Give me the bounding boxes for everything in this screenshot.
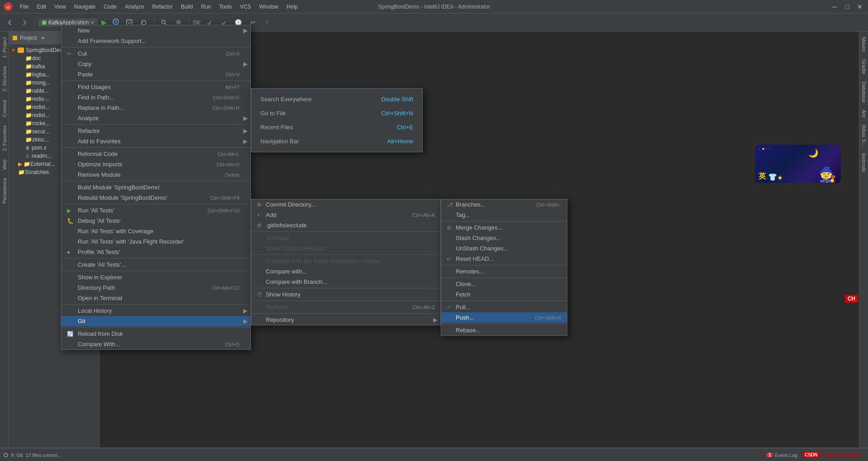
repo-unstash[interactable]: UnStash Changes... — [441, 243, 567, 254]
git-repository[interactable]: Repository ▶ — [251, 315, 440, 325]
repo-reset-head[interactable]: ↩ Reset HEAD... — [441, 254, 567, 264]
csdn-button[interactable]: CSDN CSDN @Jesaja... — [803, 452, 864, 458]
menu-navigate[interactable]: Navigate — [71, 3, 99, 11]
menu-file[interactable]: File — [16, 3, 32, 11]
git-push-button[interactable]: ↑ — [261, 16, 274, 29]
tab-ribas[interactable]: Ribas S... — [860, 121, 868, 150]
tab-structure[interactable]: 2: Structure — [0, 62, 9, 95]
menu-window[interactable]: Window — [255, 3, 282, 11]
tab-maven[interactable]: Maven — [860, 33, 868, 56]
repo-clone[interactable]: Clone... — [441, 279, 567, 289]
repo-push[interactable]: Push... Ctrl+Shift+K — [441, 312, 567, 323]
cm-copy[interactable]: Copy ▶ — [61, 59, 250, 69]
event-log-container[interactable]: 1 Event Log — [766, 452, 797, 458]
cm-git[interactable]: Git ▶ — [61, 316, 250, 326]
nav-goto-file[interactable]: Go to File Ctrl+Shift+N — [251, 106, 422, 120]
cm-create-tests[interactable]: Create 'All Tests'... — [61, 259, 250, 270]
cm-rebuild-module[interactable]: Rebuild Module 'SpringBootDemo' Ctrl+Shi… — [61, 193, 250, 203]
menu-run[interactable]: Run — [198, 3, 215, 11]
tab-leetcode[interactable]: leetcode — [860, 150, 868, 176]
cm-reload[interactable]: 🔄 Reload from Disk — [61, 329, 250, 339]
nav-search-everywhere[interactable]: Search Everywhere Double Shift — [251, 92, 422, 106]
menu-view[interactable]: View — [51, 3, 70, 11]
cm-replace-path[interactable]: Replace in Path... Ctrl+Shift+R — [61, 103, 250, 113]
project-chevron[interactable] — [41, 36, 45, 40]
tab-project[interactable]: 1: Project — [0, 33, 9, 61]
git-commit-dir[interactable]: ⚙ Commit Directory... — [251, 199, 440, 210]
tab-favorites[interactable]: 2: Favorites — [0, 122, 9, 155]
cm-reformat[interactable]: Reformat Code Ctrl+Alt+L — [61, 149, 250, 159]
tab-persistence[interactable]: Persistence — [0, 174, 9, 207]
cm-refactor[interactable]: Refactor ▶ — [61, 126, 250, 136]
menu-vcs[interactable]: VCS — [236, 3, 255, 11]
menu-tools[interactable]: Tools — [216, 3, 236, 11]
cm-new[interactable]: New ▶ — [61, 25, 250, 36]
repo-rebase[interactable]: Rebase... — [441, 325, 567, 335]
git-compare-branch[interactable]: Compare with Branch... — [251, 277, 440, 287]
git-exclude[interactable]: ⚙ .git/info/exclude — [251, 220, 440, 230]
menu-edit[interactable]: Edit — [33, 3, 50, 11]
git-show-history[interactable]: ⏱ Show History — [251, 289, 440, 300]
menu-refactor[interactable]: Refactor — [149, 3, 176, 11]
git-branch-label: 9: Git — [11, 452, 23, 458]
back-button[interactable] — [4, 16, 16, 29]
git-compare-with[interactable]: Compare with... — [251, 266, 440, 277]
repo-pull-label: Pull... — [456, 304, 471, 310]
night-moon-icon: 🌙 — [808, 148, 818, 158]
git-commit-dir-label: Commit Directory... — [266, 201, 316, 208]
close-button[interactable]: ✕ — [855, 2, 864, 11]
search-everywhere-label: Search Everywhere — [260, 96, 311, 103]
repository-submenu: ⎇ Branches... Ctrl+Shift+` Tag... ⚙ Merg… — [441, 199, 567, 336]
tab-commit[interactable]: Commit — [0, 96, 9, 121]
tab-database[interactable]: Database — [860, 78, 868, 106]
minimize-button[interactable]: ─ — [830, 2, 839, 11]
menu-code[interactable]: Code — [100, 3, 120, 11]
cm-analyze[interactable]: Analyze ▶ — [61, 113, 250, 123]
cm-directory-path[interactable]: Directory Path Ctrl+Alt+F12 — [61, 282, 250, 293]
tree-item-scratches: Scratches — [25, 169, 49, 175]
cm-debug-tests[interactable]: 🐛 Debug 'All Tests' — [61, 216, 250, 226]
repo-pull[interactable]: ✓ Pull... — [441, 302, 567, 312]
repo-remotes[interactable]: Remotes... — [441, 266, 567, 277]
tab-web[interactable]: Web — [0, 156, 9, 173]
repo-fetch[interactable]: Fetch — [441, 289, 567, 300]
nav-recent-files[interactable]: Recent Files Ctrl+E — [251, 120, 422, 134]
cm-paste[interactable]: Paste Ctrl+V — [61, 69, 250, 80]
cm-compare[interactable]: Compare With... Ctrl+D — [61, 339, 250, 349]
git-submenu: ⚙ Commit Directory... + Add Ctrl+Alt+A ⚙… — [251, 199, 441, 325]
cm-terminal[interactable]: Open in Terminal — [61, 293, 250, 303]
tab-gradle[interactable]: Gradle — [860, 56, 868, 78]
cm-show-explorer[interactable]: Show in Explorer — [61, 272, 250, 282]
maximize-button[interactable]: □ — [843, 2, 852, 11]
git-add[interactable]: + Add Ctrl+Alt+A — [251, 210, 440, 220]
tab-ant[interactable]: Ant — [860, 106, 868, 121]
separator — [61, 124, 250, 125]
directory-shortcut: Ctrl+Alt+F12 — [203, 285, 240, 291]
cm-optimize[interactable]: Optimize Imports Ctrl+Alt+O — [61, 159, 250, 169]
cm-remove-module[interactable]: Remove Module Delete — [61, 169, 250, 180]
cm-favorites[interactable]: Add to Favorites ▶ — [61, 136, 250, 146]
cm-find-usages[interactable]: Find Usages Alt+F7 — [61, 82, 250, 92]
repo-branches[interactable]: ⎇ Branches... Ctrl+Shift+` — [441, 199, 567, 210]
menu-build[interactable]: Build — [177, 3, 197, 11]
cm-local-history[interactable]: Local History ▶ — [61, 306, 250, 316]
cm-cut[interactable]: ✂ Cut Ctrl+X — [61, 48, 250, 59]
cm-run-tests[interactable]: ▶ Run 'All Tests' Ctrl+Shift+F10 — [61, 205, 250, 216]
forward-button[interactable] — [18, 16, 31, 29]
repo-tag[interactable]: Tag... — [441, 210, 567, 220]
cm-profile[interactable]: ● Profile 'All Tests' — [61, 247, 250, 257]
repo-stash[interactable]: Stash Changes... — [441, 233, 567, 243]
cm-run-jfr[interactable]: Run 'All Tests' with 'Java Flight Record… — [61, 236, 250, 247]
cm-build-module[interactable]: Build Module 'SpringBootDemo' — [61, 182, 250, 193]
cm-add-framework[interactable]: Add Framework Support... — [61, 36, 250, 46]
cm-show-explorer-label: Show in Explorer — [78, 274, 122, 281]
navigation-bar-shortcut: Alt+Home — [387, 138, 413, 145]
menu-analyze[interactable]: Analyze — [121, 3, 148, 11]
cm-run-coverage[interactable]: Run 'All Tests' with Coverage — [61, 226, 250, 236]
nav-navigation-bar[interactable]: Navigation Bar Alt+Home — [251, 134, 422, 148]
cm-find-path[interactable]: Find in Path... Ctrl+Shift+F — [61, 92, 250, 103]
ch-badge[interactable]: CH — [845, 295, 858, 303]
repo-merge[interactable]: ⚙ Merge Changes... — [441, 222, 567, 233]
menu-help[interactable]: Help — [283, 3, 302, 11]
cm-find-path-label: Find in Path... — [78, 94, 114, 101]
